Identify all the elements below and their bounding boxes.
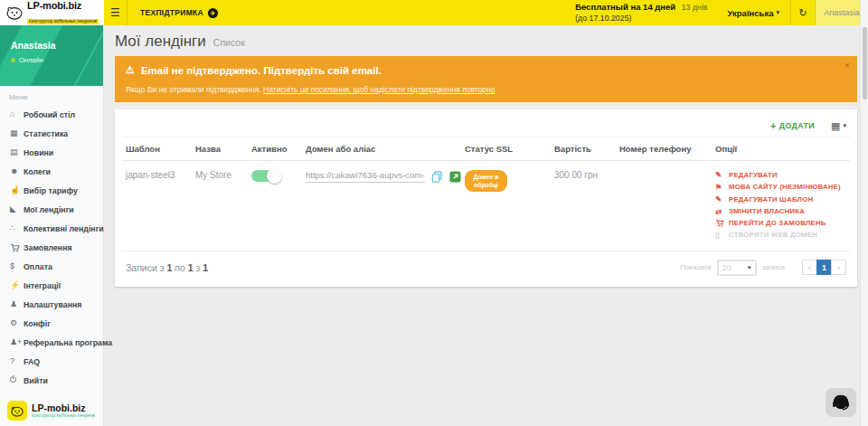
- landings-table: Шаблон Назва Активно Домен або аліас Ста…: [122, 137, 850, 247]
- resend-confirmation-link[interactable]: Натисніть це посилання, щоб надіслати пі…: [263, 85, 495, 94]
- records-label: записи: [762, 263, 785, 271]
- trial-until: (до 17.10.2025): [575, 14, 707, 24]
- grid-icon: ▦: [831, 120, 840, 132]
- go-to-orders-option[interactable]: ПЕРЕЙТИ ДО ЗАМОВЛЕНЬ: [715, 219, 846, 227]
- dog-logo-icon: [7, 401, 27, 421]
- site-language-option[interactable]: ⚑ МОВА САЙТУ (НЕЗМІНЮВАНЕ): [715, 183, 846, 192]
- hamburger-icon: ☰: [110, 6, 120, 19]
- create-web-domain-option[interactable]: ▯ СТВОРИТИ WEB ДОМЕН: [715, 231, 846, 240]
- records-info: Записи з 1 по 1 з 1: [126, 262, 208, 273]
- edit-icon: ✎: [715, 170, 725, 179]
- open-site-icon[interactable]: [449, 171, 461, 183]
- edit-option[interactable]: ✎ РЕДАГУВАТИ: [715, 170, 846, 179]
- pagination: ‹ 1 ›: [803, 260, 846, 275]
- document-icon: ▯: [715, 231, 725, 240]
- col-header-price[interactable]: Вартість: [551, 137, 616, 161]
- prev-page-button[interactable]: ‹: [802, 260, 817, 275]
- integrations-icon: ⚡: [10, 281, 24, 289]
- sidebar-item-orders[interactable]: Замовлення: [0, 238, 103, 257]
- sidebar-profile: Anastasia Онлайн: [0, 25, 103, 86]
- sidebar-item-settings[interactable]: ♟ Налаштування: [0, 295, 103, 314]
- sidebar-item-logout[interactable]: Вийти: [0, 371, 103, 390]
- alert-text: Якщо Ви не отримали підтвердження.: [126, 85, 263, 94]
- statistics-icon: ▦: [10, 129, 24, 137]
- language-selector[interactable]: Українська ▾: [717, 0, 790, 25]
- settings-icon: ♟: [10, 300, 24, 308]
- sidebar-item-integrations[interactable]: ⚡ Інтеграції: [0, 276, 103, 295]
- cell-phone: [616, 161, 712, 247]
- telegram-icon: ✈: [208, 8, 218, 18]
- col-header-options[interactable]: Опції: [712, 137, 850, 161]
- payment-icon: $: [10, 262, 24, 270]
- col-header-ssl[interactable]: Статус SSL: [461, 137, 551, 161]
- col-header-active[interactable]: Активно: [248, 137, 302, 161]
- language-label: Українська: [728, 8, 774, 18]
- email-warning-banner: ⚠ Email не підтверджено. Підтвердіть сві…: [115, 56, 857, 102]
- chevron-down-icon: ▾: [843, 122, 846, 129]
- scrollbar-thumb[interactable]: [863, 27, 867, 99]
- support-chat-button[interactable]: [826, 388, 856, 417]
- app-window: LP-mobi.biz Конструктор мобильных лендин…: [0, 0, 868, 426]
- trial-days-left: 13 днів: [682, 3, 708, 12]
- brand-name: LP-mobi.biz: [32, 403, 95, 413]
- domain-input[interactable]: [306, 170, 425, 183]
- sidebar-item-collective-landings[interactable]: ∴ Колективні лендінги: [0, 219, 103, 238]
- header-brand-logo[interactable]: LP-mobi.biz Конструктор мобильных лендин…: [0, 0, 104, 25]
- sidebar-item-tariff[interactable]: ☝ Вибір тарифу: [0, 181, 103, 200]
- sidebar-item-statistics[interactable]: ▦ Статистика: [0, 124, 103, 143]
- sidebar: Anastasia Онлайн Меню ⌂ Робочий стіл ▦ С…: [0, 25, 104, 426]
- colleagues-icon: ☻: [10, 167, 24, 175]
- warning-icon: ⚠: [126, 64, 135, 76]
- add-landing-button[interactable]: + ДОДАТИ: [770, 121, 815, 131]
- table-row: japan-steel3 My Store Домен: [122, 161, 850, 247]
- chevron-down-icon: ▾: [776, 9, 779, 16]
- page-title: Мої лендінги: [115, 33, 206, 51]
- close-icon[interactable]: ×: [844, 61, 850, 71]
- sidebar-item-desktop[interactable]: ⌂ Робочий стіл: [0, 105, 103, 124]
- support-link[interactable]: ТЕХПІДТРИМКА ✈: [127, 0, 231, 25]
- active-toggle[interactable]: [251, 170, 280, 182]
- page-header: Мої лендінги Список: [115, 33, 857, 51]
- change-owner-option[interactable]: ⇄ ЗМІНИТИ ВЛАСНИКА: [715, 207, 846, 216]
- sidebar-item-my-landings[interactable]: ◣ Мої лендінги: [0, 200, 103, 219]
- config-icon: ⚙: [10, 319, 24, 327]
- tariff-icon: ☝: [10, 186, 24, 194]
- page-size-select[interactable]: 20 ▾: [717, 260, 757, 276]
- sidebar-footer-logo[interactable]: LP-mobi.biz Конструктор мобільних лендін…: [7, 401, 95, 421]
- sidebar-item-news[interactable]: ▤ Новини: [0, 143, 103, 162]
- sidebar-item-payment[interactable]: $ Оплата: [0, 257, 103, 276]
- sidebar-toggle-button[interactable]: ☰: [104, 0, 127, 25]
- headset-icon: [831, 393, 851, 412]
- edit-template-option[interactable]: ✎ РЕДАГУВАТИ ШАБЛОН: [715, 194, 846, 204]
- sidebar-item-colleagues[interactable]: ☻ Колеги: [0, 162, 103, 181]
- copy-icon[interactable]: [431, 171, 443, 183]
- cell-name: My Store: [192, 161, 248, 247]
- sidebar-item-config[interactable]: ⚙ Конфіг: [0, 314, 103, 333]
- landings-icon: ◣: [10, 205, 24, 213]
- trial-info: Бесплатный на 14 дней 13 днів (до 17.10.…: [575, 0, 716, 25]
- top-bar: LP-mobi.biz Конструктор мобильных лендин…: [0, 0, 868, 25]
- toggle-knob: [267, 168, 282, 184]
- online-status-dot: [11, 58, 15, 62]
- refresh-button[interactable]: ↻: [790, 0, 816, 25]
- column-visibility-button[interactable]: ▦ ▾: [831, 120, 846, 132]
- brand-tagline: Конструктор мобільних лендінгів: [32, 413, 95, 418]
- logout-icon: [10, 376, 24, 384]
- col-header-name[interactable]: Назва: [192, 137, 248, 161]
- col-header-domain[interactable]: Домен або аліас: [302, 137, 461, 161]
- col-header-template[interactable]: Шаблон: [122, 137, 192, 161]
- chevron-down-icon: ▾: [748, 264, 751, 271]
- col-header-phone[interactable]: Номер телефону: [616, 137, 712, 161]
- table-footer: Записи з 1 по 1 з 1 Показати 20 ▾ записи…: [122, 251, 850, 287]
- dog-logo-icon: [5, 5, 24, 21]
- next-page-button[interactable]: ›: [831, 260, 846, 275]
- news-icon: ▤: [10, 148, 24, 156]
- ssl-status-badge: Домен в обробці: [465, 170, 507, 192]
- vertical-scrollbar[interactable]: [860, 0, 868, 426]
- show-label: Показати: [680, 263, 711, 271]
- sidebar-item-referral[interactable]: ♟+ Реферальна програма: [0, 333, 103, 352]
- support-label: ТЕХПІДТРИМКА: [140, 8, 203, 17]
- page-1-button[interactable]: 1: [816, 260, 832, 275]
- cart-icon: [715, 219, 725, 227]
- sidebar-item-faq[interactable]: ? FAQ: [0, 352, 103, 371]
